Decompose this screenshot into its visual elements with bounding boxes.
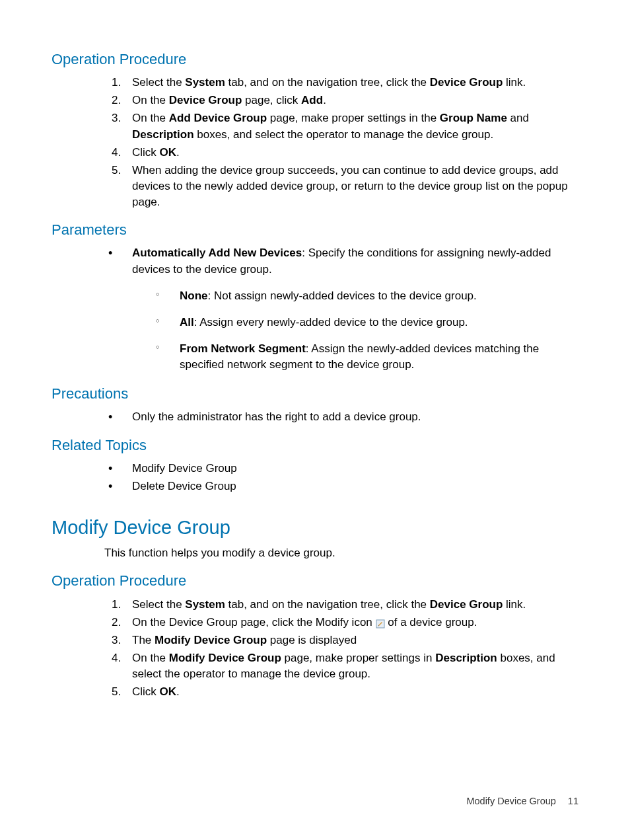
- page-footer: Modify Device Group 11: [466, 794, 578, 808]
- precautions-list: Only the administrator has the right to …: [52, 409, 578, 425]
- parameters-sublist: None: Not assign newly-added devices to …: [132, 288, 578, 373]
- list-item: Select the System tab, and on the naviga…: [124, 75, 578, 91]
- heading-parameters: Parameters: [52, 219, 578, 240]
- list-item: On the Device Group page, click the Modi…: [124, 615, 578, 630]
- modify-icon: [376, 617, 385, 627]
- heading-operation-procedure-1: Operation Procedure: [52, 49, 578, 69]
- procedure-list-1: Select the System tab, and on the naviga…: [52, 75, 578, 210]
- list-item: All: Assign every newly-added device to …: [155, 315, 578, 330]
- list-item: Click OK.: [124, 684, 578, 700]
- heading-operation-procedure-2: Operation Procedure: [52, 570, 578, 591]
- list-item: None: Not assign newly-added devices to …: [155, 288, 578, 304]
- parameters-list: Automatically Add New Devices: Specify t…: [52, 245, 578, 373]
- list-item: On the Modify Device Group page, make pr…: [124, 650, 578, 682]
- heading-precautions: Precautions: [52, 383, 578, 404]
- intro-text: This function helps you modify a device …: [52, 545, 578, 561]
- list-item: Select the System tab, and on the naviga…: [124, 597, 578, 613]
- list-item: From Network Segment: Assign the newly-a…: [155, 341, 578, 373]
- list-item: On the Device Group page, click Add.: [124, 93, 578, 108]
- list-item: On the Add Device Group page, make prope…: [124, 110, 578, 142]
- list-item: Delete Device Group: [108, 478, 578, 494]
- list-item: Click OK.: [124, 145, 578, 161]
- footer-title: Modify Device Group: [466, 796, 555, 806]
- list-item: Only the administrator has the right to …: [108, 409, 578, 425]
- related-topics-list: Modify Device Group Delete Device Group: [52, 461, 578, 494]
- list-item: The Modify Device Group page is displaye…: [124, 632, 578, 648]
- list-item: Automatically Add New Devices: Specify t…: [108, 245, 578, 373]
- page-number: 11: [568, 796, 578, 806]
- list-item: When adding the device group succeeds, y…: [124, 163, 578, 210]
- heading-related-topics: Related Topics: [52, 435, 578, 455]
- list-item: Modify Device Group: [108, 461, 578, 477]
- procedure-list-2: Select the System tab, and on the naviga…: [52, 597, 578, 701]
- page-title-modify-device-group: Modify Device Group: [52, 514, 578, 541]
